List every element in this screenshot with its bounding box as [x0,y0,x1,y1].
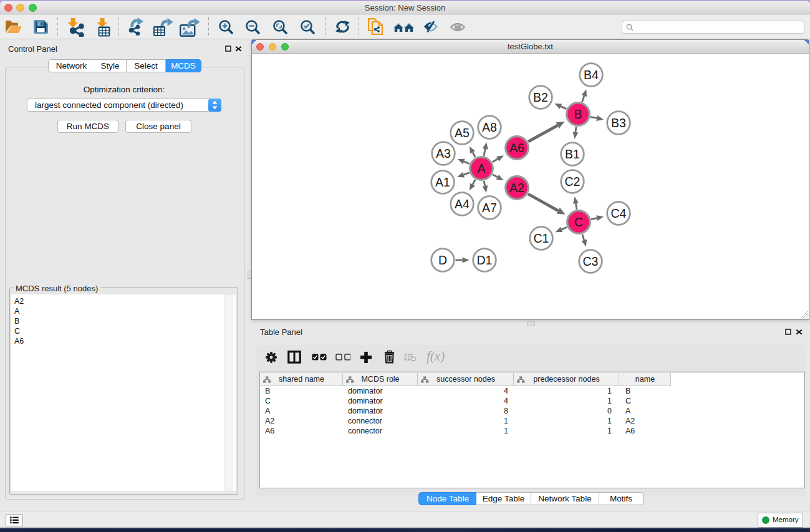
svg-text:A: A [477,162,485,175]
svg-text:A3: A3 [436,147,451,160]
svg-text:A2: A2 [509,181,524,195]
svg-text:A4: A4 [455,197,470,211]
svg-text:A1: A1 [435,175,450,189]
svg-text:C4: C4 [611,206,627,220]
svg-text:B4: B4 [584,68,599,82]
svg-text:C: C [574,215,583,229]
svg-text:A6: A6 [509,141,524,155]
svg-text:B1: B1 [565,147,580,161]
svg-text:A5: A5 [455,126,470,140]
svg-text:B2: B2 [533,90,548,104]
svg-text:A8: A8 [482,120,497,134]
svg-text:B: B [574,107,582,121]
svg-text:C1: C1 [534,231,549,245]
svg-text:A7: A7 [482,201,497,215]
svg-text:D: D [438,253,447,267]
svg-text:C3: C3 [583,254,599,268]
svg-text:C2: C2 [565,175,581,188]
svg-text:D1: D1 [477,253,493,267]
svg-text:B3: B3 [611,116,626,130]
